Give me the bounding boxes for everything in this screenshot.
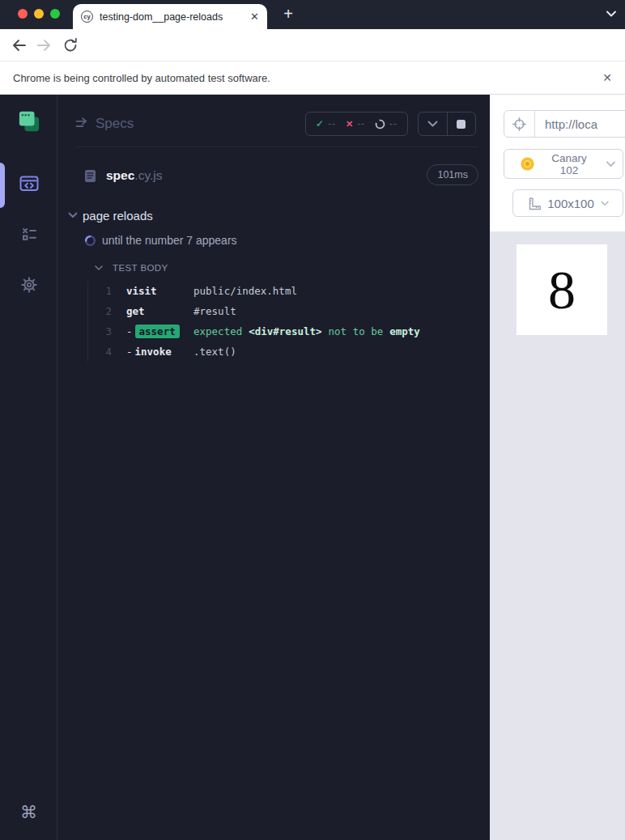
assert-message: expected<div#result>not to beempty: [193, 325, 420, 337]
refresh-button[interactable]: [62, 36, 79, 54]
test-body-toggle[interactable]: TEST BODY: [95, 260, 168, 276]
sidebar-active-indicator: [0, 163, 5, 208]
reporter-panel: Specs ✓ -- ✕ -- --: [57, 95, 490, 840]
stat-pending: --: [375, 118, 398, 129]
sidebar-item-settings[interactable]: [18, 274, 40, 296]
chrome-canary-icon: [520, 156, 535, 172]
browser-selector-value: Canary 102: [542, 152, 596, 176]
command-row-assert[interactable]: 3 - assert expected<div#result>not to be…: [88, 321, 478, 342]
child-command-dash: -: [126, 346, 133, 358]
spec-name: spec: [106, 168, 134, 183]
suite-toggle[interactable]: page reloads: [68, 206, 153, 225]
assert-message-part: not to be: [329, 325, 384, 337]
aut-frame-area: 8: [490, 231, 625, 840]
command-name: invoke: [135, 346, 172, 358]
keyboard-shortcuts-icon[interactable]: ⌘: [0, 803, 57, 822]
back-button[interactable]: [10, 36, 28, 54]
stat-passed: ✓ --: [316, 118, 336, 129]
stat-failed: ✕ --: [346, 118, 365, 129]
test-running-spinner-icon: [84, 235, 96, 247]
browser-tab[interactable]: cy testing-dom__page-reloads ✕: [73, 4, 267, 29]
aut-url-bar[interactable]: http://loca: [504, 110, 625, 138]
command-row[interactable]: 1 visit public/index.html: [88, 281, 478, 301]
tab-search-chevron-icon[interactable]: [606, 10, 617, 18]
collapse-chevron-button[interactable]: [419, 112, 447, 135]
command-name: visit: [126, 285, 157, 297]
command-row[interactable]: 2 get #result: [88, 301, 478, 321]
spec-extension: .cy.js: [134, 168, 162, 183]
viewport-selector[interactable]: 100x100: [512, 189, 623, 217]
tab-strip: cy testing-dom__page-reloads ✕ +: [0, 0, 625, 29]
stop-icon: [457, 120, 466, 129]
command-message: #result: [193, 305, 236, 317]
command-name: get: [126, 305, 145, 317]
browser-toolbar: localhost:52876/__/#/specs/runner?file=c…: [0, 29, 625, 61]
assert-message-part: expected: [193, 325, 242, 337]
new-tab-button[interactable]: +: [277, 3, 300, 26]
fullscreen-window-button[interactable]: [50, 9, 60, 19]
runner-controls: [418, 112, 476, 136]
test-title: until the number 7 appears: [102, 234, 237, 247]
assert-badge: assert: [135, 325, 180, 338]
stop-button[interactable]: [447, 112, 476, 135]
spec-row[interactable]: spec.cy.js 101ms: [57, 153, 490, 198]
command-message: public/index.html: [193, 285, 297, 297]
test-body-label: TEST BODY: [113, 263, 168, 273]
pending-count: --: [389, 118, 398, 129]
chevron-down-icon: [601, 201, 609, 206]
viewport-selector-value: 100x100: [547, 197, 594, 210]
ruler-icon: [527, 197, 541, 210]
preview-panel: http://loca Canary 102 100x100: [490, 95, 625, 840]
aut-url-value: http://loca: [535, 117, 597, 131]
command-number: 1: [88, 285, 112, 297]
passed-count: --: [328, 118, 336, 129]
automation-infobar: Chrome is being controlled by automated …: [0, 61, 625, 95]
failed-count: --: [357, 118, 365, 129]
forward-button[interactable]: [36, 36, 53, 54]
minimize-window-button[interactable]: [34, 9, 44, 19]
command-number: 2: [88, 305, 112, 317]
spec-file-icon: [84, 169, 96, 183]
aut-viewport: 8: [517, 244, 607, 335]
close-window-button[interactable]: [18, 9, 28, 19]
chevron-down-icon: [68, 212, 78, 218]
assert-message-part: empty: [389, 325, 420, 337]
x-icon: ✕: [346, 119, 353, 129]
child-command-dash: -: [126, 325, 133, 337]
tab-title: testing-dom__page-reloads: [100, 11, 245, 23]
reporter-title: Specs: [96, 116, 134, 132]
selector-playground-crosshair-icon[interactable]: [504, 111, 535, 137]
pending-circle-icon: [375, 119, 385, 129]
chevron-down-icon: [95, 265, 103, 271]
spec-duration-badge: 101ms: [427, 164, 478, 185]
command-message: .text(): [193, 346, 236, 358]
test-row[interactable]: until the number 7 appears: [84, 231, 237, 250]
infobar-close-icon[interactable]: ✕: [602, 71, 612, 84]
aut-result-value: 8: [548, 262, 576, 317]
cypress-favicon-icon: cy: [81, 11, 93, 23]
suite-title: page reloads: [83, 209, 153, 223]
specs-menu-icon[interactable]: [75, 117, 91, 129]
chevron-down-icon: [606, 161, 615, 168]
command-number: 3: [88, 325, 112, 337]
cypress-sidebar: ⌘: [0, 95, 57, 840]
infobar-text: Chrome is being controlled by automated …: [13, 72, 270, 84]
browser-selector[interactable]: Canary 102: [504, 149, 623, 179]
header-divider: [77, 146, 478, 147]
cypress-app: ⌘ Specs ✓ -- ✕ --: [0, 95, 625, 840]
command-log: 1 visit public/index.html 2 get #result …: [87, 281, 478, 362]
tab-close-icon[interactable]: ✕: [250, 11, 259, 22]
cypress-logo-icon[interactable]: [18, 110, 40, 133]
browser-window: cy testing-dom__page-reloads ✕ + localho…: [0, 0, 625, 840]
stats-group[interactable]: ✓ -- ✕ -- --: [305, 112, 408, 136]
check-icon: ✓: [316, 118, 324, 129]
sidebar-item-specs[interactable]: [18, 172, 40, 195]
command-number: 4: [88, 346, 112, 358]
assert-message-part: <div#result>: [249, 325, 321, 337]
command-row[interactable]: 4 - invoke .text(): [88, 342, 478, 362]
sidebar-item-runs[interactable]: [18, 223, 40, 246]
